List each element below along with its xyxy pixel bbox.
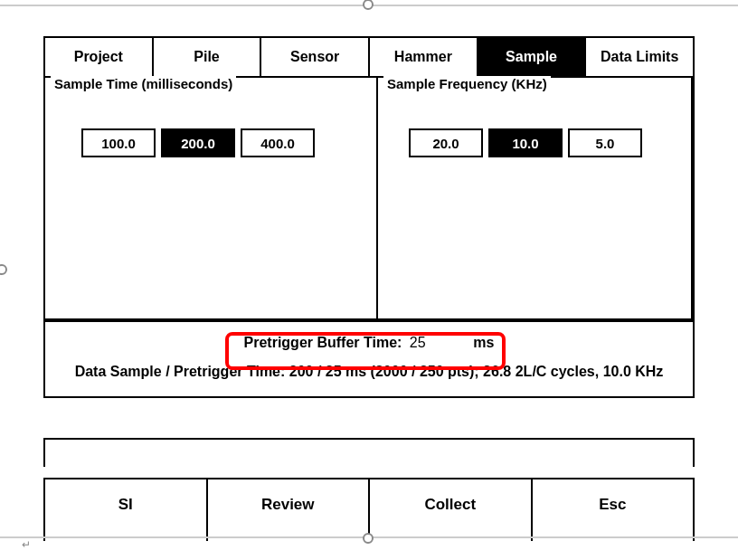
group-sample-frequency: Sample Frequency (KHz) 20.0 10.0 5.0 [376,76,693,320]
bottom-button-row: SI Review Collect Esc [43,478,695,541]
review-button[interactable]: Review [206,478,369,541]
pretrigger-label: Pretrigger Buffer Time: [244,335,402,350]
resize-handle-left-icon [0,264,7,275]
esc-button[interactable]: Esc [531,478,695,541]
group-sample-frequency-label: Sample Frequency (KHz) [383,76,551,91]
sample-freq-option-10[interactable]: 10.0 [488,128,563,157]
tab-content: Sample Time (milliseconds) 100.0 200.0 4… [45,78,693,396]
collect-button[interactable]: Collect [368,478,531,541]
resize-handle-top-icon [363,0,374,10]
group-sample-time-label: Sample Time (milliseconds) [51,76,236,91]
paragraph-mark-icon: ↵ [22,538,31,551]
tab-bar: Project Pile Sensor Hammer Sample Data L… [45,38,693,78]
sample-freq-option-20[interactable]: 20.0 [409,128,483,157]
sample-time-option-200[interactable]: 200.0 [161,128,235,157]
group-sample-time: Sample Time (milliseconds) 100.0 200.0 4… [43,76,378,320]
tab-hammer[interactable]: Hammer [370,38,478,78]
tab-project[interactable]: Project [45,38,154,78]
pretrigger-input[interactable]: 25 [406,335,469,351]
sample-time-option-100[interactable]: 100.0 [81,128,156,157]
data-sample-summary: Data Sample / Pretrigger Time: 200 / 25 … [45,360,693,396]
tab-pile[interactable]: Pile [154,38,262,78]
tab-data-limits[interactable]: Data Limits [586,38,693,78]
pretrigger-row: Pretrigger Buffer Time: 25 ms [45,320,693,360]
tab-sample[interactable]: Sample [478,38,587,78]
main-panel: Project Pile Sensor Hammer Sample Data L… [43,36,695,398]
sample-freq-option-5[interactable]: 5.0 [568,128,642,157]
spacer-panel [43,438,695,467]
sample-time-option-400[interactable]: 400.0 [241,128,315,157]
si-button[interactable]: SI [43,478,206,541]
pretrigger-unit: ms [473,335,494,350]
tab-sensor[interactable]: Sensor [261,38,370,78]
resize-handle-bottom-icon [363,533,374,544]
